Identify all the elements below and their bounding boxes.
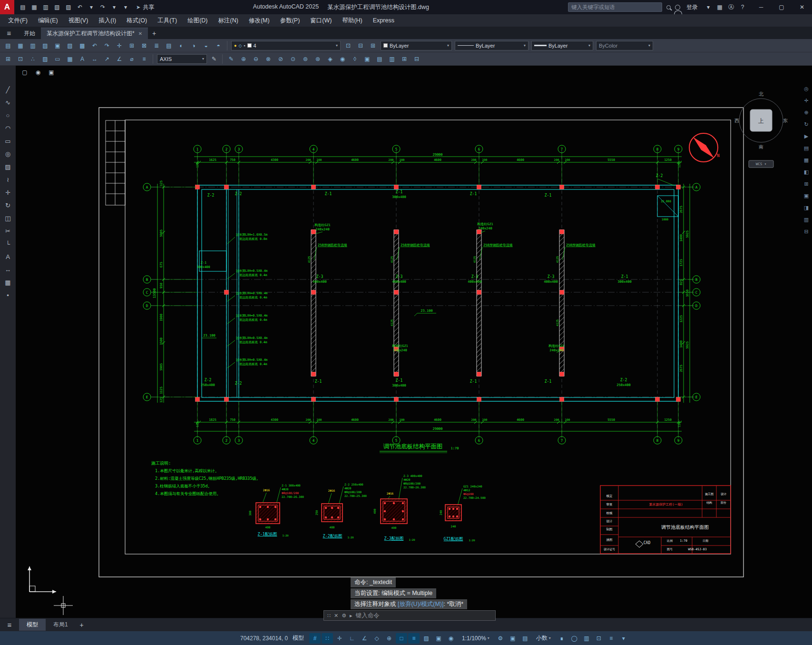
group-edit-icon[interactable]: ▥ [386, 54, 398, 64]
command-customize-icon[interactable]: ⚙ [342, 613, 346, 619]
lineweight-select[interactable]: ByLayer ▾ [531, 41, 593, 50]
zoom-window-icon[interactable]: ⊞ [126, 40, 137, 51]
hatch-icon[interactable]: ▨ [39, 54, 51, 64]
maximize-button[interactable]: ▢ [773, 1, 790, 13]
object-snap-tracking-icon[interactable]: ⊕ [383, 633, 395, 644]
multiline-text-icon[interactable]: A [77, 54, 88, 64]
qat-customize-icon[interactable]: ▾ [120, 2, 131, 12]
leader-icon[interactable]: ↗ [101, 54, 113, 64]
menu-item-2[interactable]: 视图(V) [63, 15, 94, 27]
new-file-icon[interactable]: ▤ [2, 40, 14, 51]
autocad-logo[interactable]: A [0, 0, 14, 14]
file-tabs-menu-icon[interactable]: ≡ [0, 27, 18, 39]
menu-item-4[interactable]: 格式(O) [121, 15, 152, 27]
menu-item-1[interactable]: 编辑(E) [33, 15, 63, 27]
open-file-icon[interactable]: ▦ [15, 40, 26, 51]
menu-item-5[interactable]: 工具(T) [152, 15, 182, 27]
dim-style-icon[interactable]: ⊛ [312, 54, 323, 64]
justify-text-icon[interactable]: ⊘ [275, 54, 286, 64]
autodesk-account-icon[interactable]: Ⓐ [726, 2, 736, 12]
updates-caret-icon[interactable]: ▾ [703, 2, 714, 12]
make-current-icon[interactable]: ⊡ [342, 40, 354, 51]
zoom-extents-icon[interactable]: ⊠ [138, 40, 150, 51]
plot-icon[interactable]: ▨ [63, 2, 74, 12]
selection-cycling-icon[interactable]: ▣ [433, 633, 444, 644]
previous-layer-icon[interactable]: ⊞ [367, 40, 379, 51]
command-recent-icon[interactable]: ▸ [350, 613, 352, 619]
units-button[interactable]: 小数▾ [532, 633, 555, 644]
undo-menu-icon[interactable]: ▾ [86, 2, 97, 12]
isometric-drafting-icon[interactable]: ◇ [371, 633, 382, 644]
dynamic-input-icon[interactable]: ✛ [334, 633, 345, 644]
new-layout-button[interactable]: + [76, 621, 88, 629]
save-as-icon[interactable]: ▧ [52, 2, 62, 12]
polar-tracking-icon[interactable]: ∠ [359, 633, 370, 644]
create-block-icon[interactable]: ⊡ [15, 54, 26, 64]
find-text-icon[interactable]: ⊕ [238, 54, 249, 64]
layer-properties-icon[interactable]: ≣ [151, 40, 162, 51]
undo-icon[interactable]: ↶ [75, 2, 85, 12]
isolate-objects-icon[interactable]: ◯ [568, 633, 580, 644]
diameter-dimension-icon[interactable]: ⌀ [126, 54, 137, 64]
menu-item-8[interactable]: 修改(M) [244, 15, 275, 27]
menu-item-0[interactable]: 文件(F) [3, 15, 33, 27]
model-tab[interactable]: 模型 [19, 619, 46, 631]
pan-icon[interactable]: ✛ [114, 40, 125, 51]
match-properties-icon[interactable]: ▩ [77, 40, 88, 51]
help-search-input[interactable]: 键入关键字或短语 [568, 2, 662, 12]
command-grip-icon[interactable]: ∷ [327, 613, 331, 619]
scale-text-icon[interactable]: ⊗ [263, 54, 274, 64]
object-snap-icon[interactable]: □ [396, 633, 407, 644]
sign-in-button[interactable]: 登录 [686, 3, 698, 11]
tab-close-icon[interactable]: ✕ [138, 31, 142, 36]
layer-states-icon[interactable]: ▤ [163, 40, 175, 51]
convert-text-icon[interactable]: ⊙ [287, 54, 299, 64]
copy-clip-icon[interactable]: ▣ [52, 40, 63, 51]
command-close-icon[interactable]: ✕ [334, 613, 338, 619]
lineweight-display-icon[interactable]: ≡ [408, 633, 420, 644]
save-drawing-icon[interactable]: ▥ [40, 2, 51, 12]
menu-item-12[interactable]: Express [368, 15, 400, 26]
text-style-select[interactable]: AXIS ▾ [157, 54, 207, 64]
insert-block-icon[interactable]: ⊞ [2, 54, 14, 64]
grid-display-icon[interactable]: # [309, 633, 321, 644]
region-icon[interactable]: ▭ [52, 54, 63, 64]
command-options[interactable]: [放弃(U)/模式(M)] [398, 601, 444, 607]
new-drawing-icon[interactable]: ▤ [18, 2, 28, 12]
plotstyle-select[interactable]: ByColor ▾ [596, 41, 653, 50]
layer-off-icon[interactable]: ◑ [188, 40, 199, 51]
angular-dimension-icon[interactable]: ∠ [114, 54, 125, 64]
point-style-icon[interactable]: ∴ [27, 54, 39, 64]
annotation-monitor-icon[interactable]: ▣ [507, 633, 519, 644]
mleader-style-icon[interactable]: ◈ [324, 54, 336, 64]
annotation-visibility-icon[interactable]: ◉ [445, 633, 457, 644]
quick-calc-icon[interactable]: ⊟ [411, 54, 422, 64]
plot-icon[interactable]: ▨ [39, 40, 51, 51]
ungroup-icon[interactable]: ▤ [374, 54, 385, 64]
workspace-switching-icon[interactable]: ⚙ [495, 633, 506, 644]
redo-icon[interactable]: ↷ [98, 2, 108, 12]
snap-mode-icon[interactable]: ∷ [322, 633, 333, 644]
clean-screen-icon[interactable]: ⊡ [593, 633, 605, 644]
tab-start[interactable]: 开始 [18, 28, 41, 39]
command-input[interactable]: ∷ ✕ ⚙ ▸ 键入命令 [323, 610, 496, 621]
undo-icon[interactable]: ↶ [89, 40, 100, 51]
menu-item-9[interactable]: 参数(P) [275, 15, 305, 27]
menu-item-11[interactable]: 帮助(H) [337, 15, 367, 27]
new-tab-button[interactable]: + [148, 28, 160, 39]
measure-icon[interactable]: ⊞ [399, 54, 410, 64]
edit-text-icon[interactable]: ✎ [225, 54, 237, 64]
table-icon[interactable]: ▦ [64, 54, 76, 64]
lock-ui-icon[interactable]: ∎ [556, 633, 567, 644]
edit-style-icon[interactable]: ✎ [209, 54, 219, 64]
annotation-scale-button[interactable]: 1:1/100%▾ [458, 634, 493, 643]
layer-select[interactable]: ● ◇ ▪ 4 ▾ [231, 41, 341, 50]
customization-icon[interactable]: ≡ [606, 633, 617, 644]
spell-check-icon[interactable]: ⊖ [250, 54, 262, 64]
drawing-canvas[interactable]: ╱∿○◠▭◎▨≀✛↻◫✂└A↔▦• ▢◉▣ ◎✛⊕↻▶▤▦◧⊞▣◨▥⊟ 1234… [0, 66, 812, 618]
baseline-dimension-icon[interactable]: ≡ [138, 54, 150, 64]
transparency-icon[interactable]: ▨ [421, 633, 432, 644]
linear-dimension-icon[interactable]: ↔ [89, 54, 100, 64]
group-icon[interactable]: ▣ [362, 54, 373, 64]
menu-item-6[interactable]: 绘图(D) [182, 15, 213, 27]
